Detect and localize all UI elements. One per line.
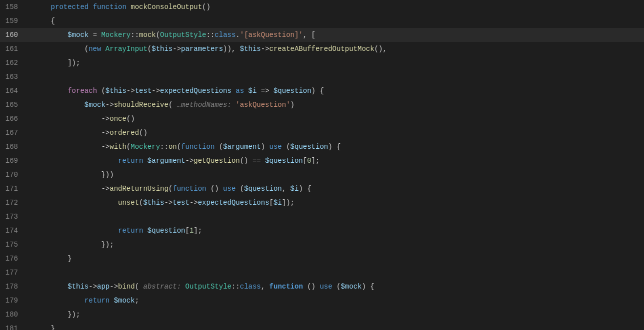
line-number: 169 <box>0 154 28 168</box>
line-number: 163 <box>0 70 28 84</box>
table-row: 169 return $argument->getQuestion() == $… <box>0 154 644 168</box>
code-line[interactable]: { <box>28 14 644 28</box>
table-row: 179 return $mock; <box>0 294 644 308</box>
code-line[interactable]: ->andReturnUsing(function () use ($quest… <box>28 182 644 196</box>
code-line[interactable] <box>28 266 644 280</box>
line-number: 174 <box>0 224 28 238</box>
table-row: 174 return $question[1]; <box>0 224 644 238</box>
line-number: 162 <box>0 56 28 70</box>
code-line[interactable]: return $question[1]; <box>28 224 644 238</box>
table-row: 180 }); <box>0 308 644 322</box>
line-number: 173 <box>0 210 28 224</box>
code-line[interactable]: } <box>28 252 644 266</box>
line-number: 167 <box>0 126 28 140</box>
line-number: 165 <box>0 98 28 112</box>
line-number: 175 <box>0 238 28 252</box>
code-line[interactable]: ->with(Mockery::on(function ($argument) … <box>28 140 644 154</box>
line-number: 178 <box>0 280 28 294</box>
line-number: 172 <box>0 196 28 210</box>
table-row: 167 ->ordered() <box>0 126 644 140</box>
code-line[interactable]: })) <box>28 168 644 182</box>
code-line[interactable]: }); <box>28 308 644 322</box>
table-row: 168 ->with(Mockery::on(function ($argume… <box>0 140 644 154</box>
table-row: 175 }); <box>0 238 644 252</box>
table-row: 171 ->andReturnUsing(function () use ($q… <box>0 182 644 196</box>
table-row: 165 $mock->shouldReceive( …methodNames: … <box>0 98 644 112</box>
line-number: 158 <box>0 0 28 14</box>
line-number: 160 <box>0 28 28 42</box>
table-row: 160 $mock = Mockery::mock(OutputStyle::c… <box>0 28 644 42</box>
code-line[interactable]: return $mock; <box>28 294 644 308</box>
table-row: 161 (new ArrayInput($this->parameters)),… <box>0 42 644 56</box>
code-line[interactable]: ->once() <box>28 112 644 126</box>
code-line[interactable]: $mock = Mockery::mock(OutputStyle::class… <box>28 28 644 42</box>
code-line[interactable]: } <box>28 322 644 330</box>
line-number: 176 <box>0 252 28 266</box>
line-number: 179 <box>0 294 28 308</box>
code-line[interactable]: return $argument->getQuestion() == $ques… <box>28 154 644 168</box>
code-editor: 158 protected function mockConsoleOutput… <box>0 0 644 330</box>
code-line[interactable] <box>28 70 644 84</box>
table-row: 181 } <box>0 322 644 330</box>
code-line[interactable]: $mock->shouldReceive( …methodNames: 'ask… <box>28 98 644 112</box>
line-number: 168 <box>0 140 28 154</box>
line-number: 166 <box>0 112 28 126</box>
table-row: 159 { <box>0 14 644 28</box>
code-line[interactable]: ->ordered() <box>28 126 644 140</box>
line-number: 180 <box>0 308 28 322</box>
code-line[interactable]: protected function mockConsoleOutput() <box>28 0 644 14</box>
table-row: 162 ]); <box>0 56 644 70</box>
code-line[interactable]: }); <box>28 238 644 252</box>
table-row: 163 <box>0 70 644 84</box>
code-line[interactable]: foreach ($this->test->expectedQuestions … <box>28 84 644 98</box>
code-line[interactable] <box>28 210 644 224</box>
table-row: 170 })) <box>0 168 644 182</box>
line-number: 164 <box>0 84 28 98</box>
line-number: 171 <box>0 182 28 196</box>
code-line[interactable]: unset($this->test->expectedQuestions[$i]… <box>28 196 644 210</box>
table-row: 158 protected function mockConsoleOutput… <box>0 0 644 14</box>
line-number: 181 <box>0 322 28 330</box>
table-row: 164 foreach ($this->test->expectedQuesti… <box>0 84 644 98</box>
line-number: 170 <box>0 168 28 182</box>
line-number: 159 <box>0 14 28 28</box>
table-row: 177 <box>0 266 644 280</box>
code-line[interactable]: (new ArrayInput($this->parameters)), $th… <box>28 42 644 56</box>
table-row: 166 ->once() <box>0 112 644 126</box>
table-row: 178 $this->app->bind( abstract: OutputSt… <box>0 280 644 294</box>
table-row: 176 } <box>0 252 644 266</box>
line-number: 177 <box>0 266 28 280</box>
code-line[interactable]: $this->app->bind( abstract: OutputStyle:… <box>28 280 644 294</box>
line-number: 161 <box>0 42 28 56</box>
code-line[interactable]: ]); <box>28 56 644 70</box>
table-row: 172 unset($this->test->expectedQuestions… <box>0 196 644 210</box>
table-row: 173 <box>0 210 644 224</box>
